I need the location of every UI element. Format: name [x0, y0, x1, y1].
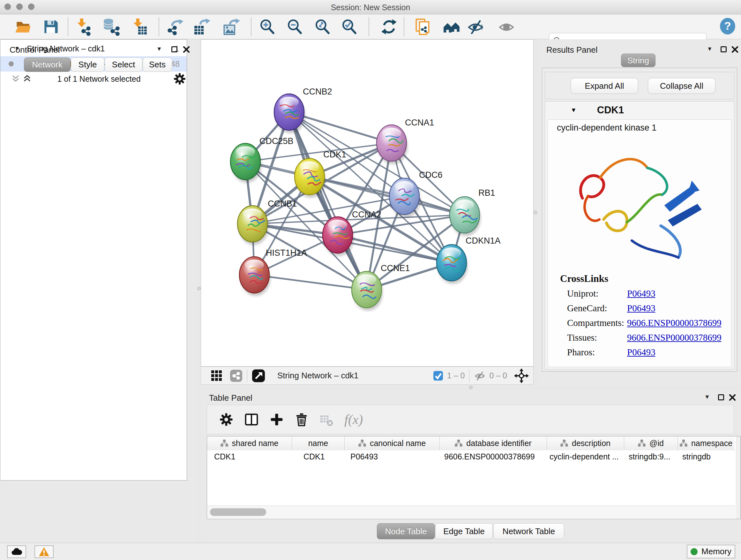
results-panel-close-icon[interactable]	[731, 46, 738, 53]
memory-label: Memory	[701, 547, 731, 557]
copy-document-icon[interactable]	[414, 18, 432, 36]
table-panel-float-icon[interactable]	[718, 394, 724, 400]
save-session-icon[interactable]	[42, 18, 60, 36]
cloud-status-button[interactable]	[7, 545, 26, 558]
table-row[interactable]: CDK1 CDK1 P06493 9606.ENSP00000378699 cy…	[207, 450, 740, 463]
window-title: Session: New Session	[0, 3, 741, 12]
network-view-canvas[interactable]: CCNB2CCNA1CDC25BCDK1CDC6RB1CCNB1CCNA2CDK…	[201, 39, 534, 367]
column-header-canonical-name[interactable]: canonical name	[345, 436, 440, 450]
memory-button[interactable]: Memory	[687, 545, 735, 558]
cell-shared-name[interactable]: CDK1	[207, 450, 292, 463]
network-options-gear-icon[interactable]	[173, 72, 186, 85]
import-table-icon[interactable]	[130, 18, 148, 36]
import-network-icon[interactable]	[74, 18, 92, 36]
crosslink-value-link[interactable]: P06493	[627, 288, 656, 303]
table-horizontal-scrollbar[interactable]	[207, 505, 736, 518]
cell-id[interactable]: stringdb:9...	[624, 450, 678, 463]
tab-sets[interactable]: Sets	[143, 57, 172, 72]
section-expander-icon[interactable]: ▼	[570, 107, 577, 114]
zoom-out-icon[interactable]	[286, 18, 304, 36]
control-panel-menu-icon[interactable]: ▼	[156, 46, 162, 52]
crosslink-label: Uniprot:	[567, 288, 627, 303]
crosslink-label: Pharos:	[567, 347, 627, 362]
export-table-icon[interactable]	[193, 18, 211, 36]
control-panel-float-icon[interactable]	[172, 46, 178, 52]
node-label: CCNB1	[268, 199, 297, 208]
column-header-namespace[interactable]: namespace	[678, 436, 734, 450]
show-columns-icon[interactable]	[244, 412, 259, 427]
bottom-splitter-handle[interactable]	[469, 386, 473, 389]
crosslink-value-link[interactable]: 9606.ENSP00000378699	[627, 332, 722, 347]
export-network-icon[interactable]	[167, 18, 185, 36]
table-panel-title: Table Panel	[209, 393, 253, 402]
show-all-networks-houses-icon[interactable]	[443, 18, 461, 36]
grid-view-icon[interactable]	[211, 370, 223, 382]
right-splitter-handle[interactable]	[534, 211, 537, 214]
cell-database-identifier[interactable]: 9606.ENSP00000378699	[440, 450, 547, 463]
table-panel-menu-icon[interactable]: ▼	[704, 394, 710, 400]
control-panel-close-icon[interactable]	[183, 46, 190, 53]
results-panel-menu-icon[interactable]: ▼	[707, 46, 713, 52]
column-header-database-identifier[interactable]: database identifier	[440, 436, 547, 450]
cell-name[interactable]: CDK1	[292, 450, 345, 463]
zoom-selected-icon[interactable]	[340, 18, 358, 36]
tab-network[interactable]: Network	[24, 57, 71, 72]
crosslink-label: Compartments:	[567, 318, 627, 332]
function-builder-fx-icon[interactable]: f(x)	[344, 412, 363, 427]
hide-selection-eye-icon[interactable]	[467, 18, 484, 36]
crosslink-value-link[interactable]: P06493	[627, 347, 656, 362]
selected-checkbox-icon[interactable]	[433, 371, 443, 381]
table-options-gear-icon[interactable]	[219, 413, 233, 427]
expand-all-button[interactable]: Expand All	[570, 78, 638, 94]
column-header-name[interactable]: name	[292, 436, 345, 450]
control-panel-title-text: Control Panel	[10, 45, 60, 55]
column-header-shared-name[interactable]: shared name	[207, 436, 292, 450]
tab-edge-table[interactable]: Edge Table	[435, 523, 493, 539]
create-column-plus-icon[interactable]	[270, 413, 284, 427]
zoom-fit-icon[interactable]	[313, 18, 331, 36]
zoom-in-icon[interactable]	[258, 18, 276, 36]
help-button[interactable]: ?	[719, 17, 737, 35]
tab-network-table[interactable]: Network Table	[493, 523, 564, 539]
collapse-all-icon[interactable]	[11, 74, 20, 83]
window-title-bar: Session: New Session	[0, 0, 741, 14]
cell-namespace[interactable]: stringdb	[678, 450, 734, 463]
show-hidden-eye-icon[interactable]	[497, 18, 515, 36]
collapse-all-button[interactable]: Collapse All	[648, 78, 716, 94]
open-session-icon[interactable]	[14, 18, 32, 36]
table-vertical-scrollbar[interactable]	[736, 436, 740, 519]
import-network-from-database-icon[interactable]	[102, 18, 120, 36]
crosslink-row: Compartments: 9606.ENSP00000378699	[567, 318, 727, 332]
expand-all-icon[interactable]	[22, 74, 32, 83]
tab-string[interactable]: String	[621, 54, 656, 67]
delete-column-trash-icon[interactable]	[294, 413, 309, 427]
cell-description[interactable]: cyclin-dependent ...	[547, 450, 624, 463]
scrollbar-thumb[interactable]	[210, 508, 266, 516]
export-image-icon[interactable]	[222, 18, 240, 36]
tab-style[interactable]: Style	[71, 57, 105, 72]
tab-network-table-label: Network Table	[502, 526, 555, 537]
crosslink-value-link[interactable]: 9606.ENSP00000378699	[627, 318, 722, 332]
table-toolbar: f(x)	[207, 405, 734, 434]
left-splitter-handle[interactable]	[197, 287, 201, 290]
crosslink-value-link[interactable]: P06493	[627, 303, 656, 318]
birdseye-view-icon[interactable]	[252, 369, 265, 382]
cdk1-section-header[interactable]: ▼ CDK1	[545, 102, 734, 119]
hidden-eye-icon	[474, 370, 485, 381]
fit-content-crosshair-icon[interactable]	[514, 368, 529, 383]
delete-table-icon[interactable]	[320, 413, 333, 427]
tab-node-table[interactable]: Node Table	[377, 523, 435, 539]
tab-select[interactable]: Select	[105, 57, 142, 72]
column-header-description[interactable]: description	[547, 436, 624, 450]
results-panel-float-icon[interactable]	[721, 46, 727, 52]
hierarchy-icon	[455, 440, 462, 447]
column-header-id[interactable]: @id	[624, 436, 678, 450]
refresh-icon[interactable]	[380, 18, 398, 36]
network-graph[interactable]: CCNB2CCNA1CDC25BCDK1CDC6RB1CCNB1CCNA2CDK…	[201, 40, 533, 366]
warnings-button[interactable]	[35, 545, 54, 558]
share-view-icon[interactable]	[230, 369, 243, 382]
cell-canonical-name[interactable]: P06493	[345, 450, 440, 463]
table-panel-close-icon[interactable]	[729, 394, 736, 401]
crosslinks-heading: CrossLinks	[560, 273, 608, 285]
memory-status-dot-icon	[690, 548, 697, 555]
